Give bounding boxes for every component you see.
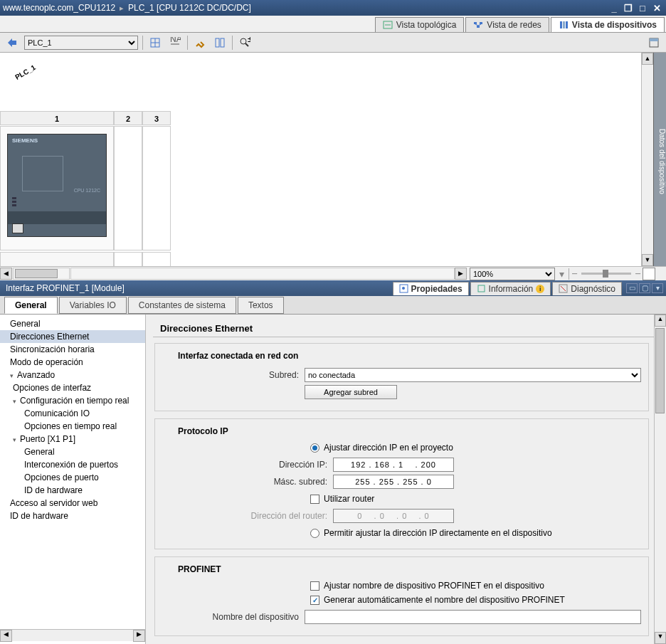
scroll-track[interactable] — [642, 65, 653, 254]
svg-rect-4 — [477, 26, 480, 28]
zoom-button[interactable]: ± — [237, 35, 253, 51]
zoom-slider[interactable] — [581, 273, 631, 275]
checkbox-profinet-name-auto[interactable] — [310, 596, 319, 605]
hscroll-left[interactable]: ◀ — [0, 268, 12, 280]
tree-sync-horaria[interactable]: Sincronización horaria — [0, 343, 145, 356]
prop-collapse-button[interactable]: ▭ — [626, 283, 638, 293]
subred-label: Subred: — [162, 370, 305, 380]
subtab-system-constants[interactable]: Constantes de sistema — [128, 297, 236, 314]
rack-slot-1[interactable]: SIEMENS CPU 1212C — [0, 126, 114, 250]
tree-id-hardware-1[interactable]: ID de hardware — [0, 484, 145, 497]
prop-close-button[interactable]: ▾ — [652, 283, 663, 293]
ethernet-port[interactable] — [12, 223, 23, 233]
device-canvas[interactable]: PLC_1 1 2 3 SIEMENS CPU 1212C — [0, 53, 641, 266]
subtab-texts[interactable]: Textos — [238, 297, 284, 314]
toolbar-right-btn[interactable] — [646, 35, 662, 51]
led-column — [12, 196, 18, 208]
restore-button[interactable]: ❐ — [622, 2, 635, 14]
section-title: Direcciones Ethernet — [153, 317, 659, 337]
nav-icon — [6, 37, 18, 48]
tree-direcciones-ethernet[interactable]: Direcciones Ethernet — [0, 330, 145, 343]
zoom-handle[interactable] — [603, 270, 608, 278]
prop-expand-button[interactable]: ▢ — [639, 283, 650, 293]
tab-properties[interactable]: Propiedades — [393, 282, 469, 295]
view-tabs-row: Vista topológica Vista de redes Vista de… — [0, 16, 666, 33]
name-icon: NAME — [169, 37, 181, 48]
cpu-label: CPU 1212C — [74, 188, 100, 193]
mask-input[interactable] — [333, 475, 454, 489]
form-scroll-up[interactable]: ▲ — [655, 315, 666, 327]
tab-info[interactable]: Información i — [470, 282, 551, 295]
tree-interconexion-puertos[interactable]: Interconexión de puertos — [0, 458, 145, 471]
side-panel-tab[interactable]: Datos del dispositivo — [653, 53, 666, 266]
subtab-general[interactable]: General — [4, 297, 58, 314]
tab-topology[interactable]: Vista topológica — [375, 17, 465, 32]
tree-scroll-left[interactable]: ◀ — [0, 630, 12, 642]
checkbox-profinet-name-device-label: Ajustar nombre de dispositivo PROFINET e… — [324, 581, 544, 591]
tree-opciones-puerto[interactable]: Opciones de puerto — [0, 471, 145, 484]
toolbar-btn1[interactable] — [147, 35, 163, 51]
tree-opciones-interfaz[interactable]: Opciones de interfaz — [0, 381, 145, 394]
form-scroll-down[interactable]: ▼ — [655, 632, 666, 644]
tree-puerto[interactable]: ▾Puerto [X1 P1] — [0, 433, 145, 445]
svg-text:±: ± — [248, 37, 250, 44]
devices-icon — [559, 21, 569, 29]
tree-general[interactable]: General — [0, 317, 145, 330]
tree-modo-operacion[interactable]: Modo de operación — [0, 356, 145, 369]
hscroll-thumb-track[interactable] — [13, 268, 70, 280]
tree-avanzado[interactable]: ▾Avanzado — [0, 369, 145, 381]
subtab-variables-io[interactable]: Variables IO — [59, 297, 127, 314]
checkbox-router[interactable] — [310, 495, 319, 504]
rack-slot-3[interactable] — [142, 126, 171, 250]
tree-puerto-general[interactable]: General — [0, 445, 145, 458]
subred-select[interactable]: no conectada — [305, 368, 641, 382]
minimize-button[interactable]: _ — [608, 2, 620, 14]
nav-button[interactable] — [4, 35, 20, 51]
tab-network[interactable]: Vista de redes — [465, 17, 549, 32]
tree-comunicacion-io[interactable]: Comunicación IO — [0, 407, 145, 420]
ip-input[interactable] — [333, 458, 454, 472]
svg-rect-9 — [566, 21, 568, 28]
toolbar-btn3[interactable] — [192, 35, 208, 51]
device-name-input[interactable] — [305, 610, 641, 624]
toolbar-btn2[interactable]: NAME — [167, 35, 183, 51]
group-profinet-title: PROFINET — [162, 561, 641, 579]
hscroll-right[interactable]: ▶ — [455, 268, 467, 280]
properties-body: General Direcciones Ethernet Sincronizac… — [0, 315, 666, 644]
tab-properties-label: Propiedades — [411, 284, 462, 294]
close-button[interactable]: ✕ — [650, 2, 663, 14]
hscroll-track[interactable] — [70, 268, 455, 280]
tab-devices[interactable]: Vista de dispositivos — [551, 17, 665, 32]
form-scroll-thumb[interactable] — [655, 328, 665, 413]
form-vscroll[interactable]: ▲ ▼ — [654, 315, 666, 644]
zoom-icon: ± — [239, 37, 250, 48]
agregar-subred-button[interactable]: Agregar subred — [305, 385, 397, 399]
tab-info-label: Información — [489, 284, 534, 294]
tree-config-tiempo-real[interactable]: ▾Configuración en tiempo real — [0, 394, 145, 407]
canvas-vscroll[interactable]: ▲ ▼ — [641, 53, 653, 266]
radio-ip-dispositivo[interactable] — [310, 529, 319, 538]
scroll-up[interactable]: ▲ — [642, 53, 653, 65]
fit-window-button[interactable] — [643, 268, 655, 280]
tree-id-hardware-2[interactable]: ID de hardware — [0, 510, 145, 522]
tree-opciones-tiempo-real[interactable]: Opciones en tiempo real — [0, 420, 145, 433]
tree-hscroll[interactable]: ◀ ▶ — [0, 629, 145, 641]
tab-network-label: Vista de redes — [487, 20, 541, 30]
svg-rect-15 — [216, 38, 219, 47]
plc-module[interactable]: SIEMENS CPU 1212C — [7, 134, 107, 237]
scroll-down[interactable]: ▼ — [642, 254, 653, 266]
toolbar-btn4[interactable] — [212, 35, 228, 51]
hscroll-thumb[interactable] — [15, 269, 58, 278]
rack-slot-2[interactable] — [114, 126, 142, 250]
tree-scroll-right[interactable]: ▶ — [133, 630, 145, 642]
canvas-hscroll: ◀ ▶ 100% ▾ ─ ─ — [0, 266, 666, 280]
radio-ip-proyecto-label: Ajustar dirección IP en el proyecto — [324, 443, 453, 453]
checkbox-profinet-name-device[interactable] — [310, 581, 319, 591]
tab-diag[interactable]: Diagnóstico — [552, 282, 622, 295]
tree-acceso-servidor-web[interactable]: Acceso al servidor web — [0, 497, 145, 510]
radio-ip-proyecto[interactable] — [310, 443, 319, 453]
zoom-select[interactable]: 100% — [470, 268, 555, 280]
device-select[interactable]: PLC_1 — [24, 36, 138, 50]
network-icon — [473, 21, 483, 29]
maximize-button[interactable]: □ — [636, 2, 649, 14]
